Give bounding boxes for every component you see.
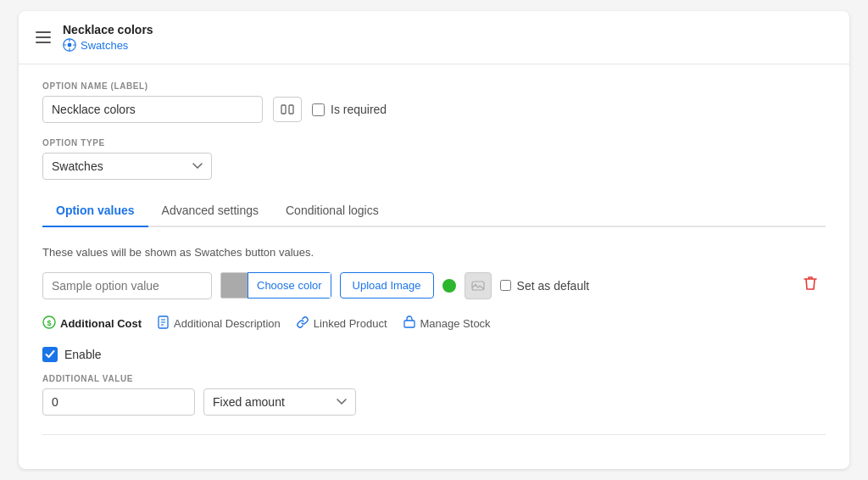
svg-text:$: $: [47, 319, 52, 327]
content-area: OPTION NAME (LABEL) Is required OPTION T…: [19, 64, 849, 452]
enable-checkbox[interactable]: [42, 347, 58, 362]
hamburger-icon[interactable]: [36, 31, 51, 43]
dollar-icon: $: [42, 315, 56, 332]
set-as-default-checkbox[interactable]: [500, 280, 511, 291]
choose-color-btn-group: Choose color: [220, 272, 331, 299]
svg-rect-16: [404, 321, 415, 327]
option-type-section: OPTION TYPE Swatches Dropdown Radio Chec…: [42, 138, 826, 180]
header-title: Necklace colors: [63, 23, 153, 36]
is-required-text: Is required: [331, 103, 387, 116]
option-name-row: Is required: [42, 96, 826, 123]
enable-label: Enable: [64, 348, 102, 361]
option-name-icon-btn[interactable]: [273, 97, 302, 122]
box-icon: [403, 315, 416, 332]
main-tabs: Option values Advanced settings Conditio…: [42, 195, 826, 227]
option-value-input[interactable]: [42, 272, 212, 299]
columns-icon: [281, 103, 294, 116]
svg-point-1: [68, 43, 72, 47]
checkmark-icon: [45, 350, 55, 359]
upload-image-button[interactable]: Upload Image: [340, 272, 434, 299]
option-name-label: OPTION NAME (LABEL): [42, 81, 826, 91]
bottom-divider: [42, 434, 826, 435]
is-required-checkbox[interactable]: [312, 103, 325, 116]
addon-tab-additional-cost[interactable]: $ Additional Cost: [42, 312, 142, 335]
tab-advanced-settings[interactable]: Advanced settings: [148, 195, 272, 227]
additional-value-section: ADDITIONAL VALUE Fixed amount Percentage…: [42, 374, 826, 416]
choose-color-button[interactable]: Choose color: [248, 272, 331, 299]
fixed-amount-select[interactable]: Fixed amount Percentage Price override: [203, 388, 356, 416]
header-title-group: Necklace colors Swatches: [63, 23, 153, 52]
swatches-icon: [63, 38, 76, 52]
color-preview-swatch[interactable]: [220, 272, 248, 299]
header: Necklace colors Swatches: [19, 11, 849, 64]
header-badge: Swatches: [63, 38, 153, 52]
addon-tab-additional-description[interactable]: Additional Description: [157, 312, 281, 335]
svg-point-9: [474, 283, 476, 285]
addon-tab-manage-stock[interactable]: Manage Stock: [403, 312, 491, 335]
option-name-input[interactable]: [42, 96, 263, 123]
option-type-select[interactable]: Swatches Dropdown Radio Checkbox: [42, 153, 212, 180]
header-badge-label: Swatches: [81, 39, 128, 52]
additional-value-row: Fixed amount Percentage Price override: [42, 388, 826, 416]
option-name-section: OPTION NAME (LABEL) Is required: [42, 81, 826, 123]
enable-row: Enable: [42, 347, 826, 362]
link-icon: [296, 315, 309, 332]
set-as-default-label[interactable]: Set as default: [500, 279, 590, 293]
addon-linked-product-label: Linked Product: [314, 317, 387, 330]
main-card: Necklace colors Swatches OPTION NAME (LA…: [19, 11, 849, 469]
tab-option-values[interactable]: Option values: [42, 195, 148, 227]
image-icon: [471, 279, 485, 293]
option-value-row: Choose color Upload Image Set as default: [42, 271, 826, 300]
doc-icon: [157, 315, 170, 332]
is-required-label[interactable]: Is required: [312, 103, 387, 116]
color-dot-indicator: [442, 279, 456, 293]
delete-button[interactable]: [795, 271, 826, 300]
addon-manage-stock-label: Manage Stock: [420, 317, 491, 330]
tab-conditional-logics[interactable]: Conditional logics: [272, 195, 392, 227]
additional-value-input[interactable]: [42, 388, 195, 416]
additional-value-label: ADDITIONAL VALUE: [42, 374, 826, 383]
helper-text: These values will be shown as Swatches b…: [42, 246, 826, 259]
svg-rect-6: [281, 105, 286, 114]
option-type-label: OPTION TYPE: [42, 138, 826, 148]
addon-additional-description-label: Additional Description: [174, 317, 281, 330]
addon-tab-linked-product[interactable]: Linked Product: [296, 312, 387, 335]
addon-tabs: $ Additional Cost Additional Description: [42, 312, 826, 335]
image-placeholder: [465, 272, 492, 299]
trash-icon: [802, 274, 819, 293]
addon-additional-cost-label: Additional Cost: [60, 317, 142, 330]
svg-rect-7: [289, 105, 293, 114]
